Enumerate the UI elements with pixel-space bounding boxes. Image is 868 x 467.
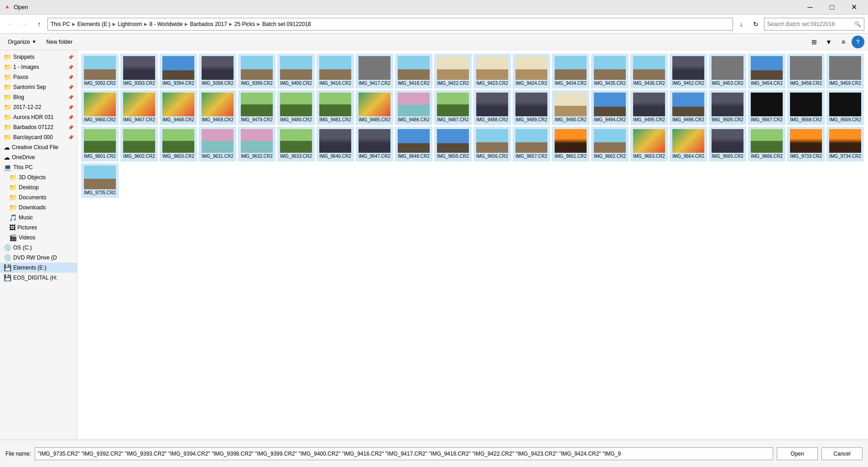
sidebar-item-aurora[interactable]: 📁 Aurora HDR 031 📌: [0, 112, 77, 122]
list-item[interactable]: IMG_9733.CR2: [787, 127, 825, 161]
sidebar-item-images[interactable]: 📁 1 - Images 📌: [0, 62, 77, 72]
list-item[interactable]: IMG_9488.CR2: [473, 90, 511, 125]
list-item[interactable]: IMG_9399.CR2: [238, 54, 275, 88]
breadcrumb-barbados[interactable]: Barbados 2017: [190, 21, 227, 27]
breadcrumb-elements[interactable]: Elements (E:): [78, 21, 111, 27]
list-item[interactable]: IMG_9631.CR2: [199, 127, 236, 161]
list-item[interactable]: IMG_9495.CR2: [630, 90, 668, 125]
list-item[interactable]: IMG_9436.CR2: [630, 54, 668, 88]
list-item[interactable]: IMG_9655.CR2: [434, 127, 472, 161]
sidebar-item-creative-cloud[interactable]: ☁ Creative Cloud File: [0, 142, 77, 152]
sidebar-item-documents[interactable]: 📁 Documents: [0, 192, 77, 202]
list-item[interactable]: IMG_9458.CR2: [787, 54, 825, 88]
sidebar-item-barbados[interactable]: 📁 Barbados 07122 📌: [0, 122, 77, 132]
sidebar-item-dvd[interactable]: 💿 DVD RW Drive (D: [0, 253, 77, 263]
list-item[interactable]: IMG_9479.CR2: [238, 90, 275, 125]
list-item[interactable]: IMG_9394.CR2: [160, 54, 197, 88]
view-details-button[interactable]: ≡: [837, 36, 850, 48]
list-item[interactable]: IMG_9469.CR2: [199, 90, 236, 125]
list-item[interactable]: IMG_9664.CR2: [670, 127, 707, 161]
list-item[interactable]: IMG_9665.CR2: [709, 127, 746, 161]
list-item[interactable]: IMG_9467.CR2: [120, 90, 158, 125]
breadcrumb-worldwide[interactable]: 8 - Worldwide: [149, 21, 182, 27]
search-input[interactable]: [767, 21, 854, 27]
list-item[interactable]: IMG_9657.CR2: [513, 127, 550, 161]
breadcrumb-lightroom[interactable]: Lightroom: [118, 21, 142, 27]
sidebar-item-paxos[interactable]: 📁 Paxos 📌: [0, 72, 77, 82]
sidebar-item-pictures[interactable]: 🖼 Pictures: [0, 223, 77, 233]
new-folder-button[interactable]: New folder: [42, 36, 77, 48]
breadcrumb-batchset[interactable]: Batch set 09122018: [262, 21, 311, 27]
list-item[interactable]: IMG_9648.CR2: [395, 127, 432, 161]
sidebar-item-3dobjects[interactable]: 📁 3D Objects: [0, 172, 77, 182]
breadcrumb-thispc[interactable]: This PC: [51, 21, 70, 27]
list-item[interactable]: IMG_9459.CR2: [826, 54, 864, 88]
sidebar-item-eos[interactable]: 💾 EOS_DIGITAL (H:: [0, 273, 77, 283]
maximize-button[interactable]: □: [821, 0, 842, 15]
list-item[interactable]: IMG_9666.CR2: [748, 127, 785, 161]
view-dropdown-button[interactable]: ▼: [822, 36, 835, 48]
reload-button[interactable]: ↻: [749, 18, 762, 31]
list-item[interactable]: IMG_9435.CR2: [591, 54, 629, 88]
sidebar-item-onedrive[interactable]: ☁ OneDrive: [0, 152, 77, 162]
list-item[interactable]: IMG_9663.CR2: [630, 127, 668, 161]
minimize-button[interactable]: ─: [800, 0, 821, 15]
sidebar-item-santorini[interactable]: 📁 Santorini Sep 📌: [0, 82, 77, 92]
list-item[interactable]: IMG_9393.CR2: [120, 54, 158, 88]
list-item[interactable]: IMG_9489.CR2: [513, 90, 550, 125]
list-item[interactable]: IMG_9416.CR2: [317, 54, 354, 88]
list-item[interactable]: IMG_9424.CR2: [513, 54, 550, 88]
list-item[interactable]: IMG_9453.CR2: [709, 54, 746, 88]
sidebar-item-videos[interactable]: 🎬 Videos: [0, 233, 77, 243]
list-item[interactable]: IMG_9633.CR2: [277, 127, 315, 161]
list-item[interactable]: IMG_9601.CR2: [81, 127, 119, 161]
file-name-input[interactable]: [35, 447, 773, 460]
list-item[interactable]: IMG_9487.CR2: [434, 90, 472, 125]
sidebar-item-elements[interactable]: 💾 Elements (E:): [0, 263, 77, 273]
list-item[interactable]: IMG_9662.CR2: [591, 127, 629, 161]
sidebar-item-blog[interactable]: 📁 Blog 📌: [0, 92, 77, 102]
list-item[interactable]: IMG_9496.CR2: [670, 90, 707, 125]
sidebar-item-thispc[interactable]: 💻 This PC: [0, 162, 77, 172]
list-item[interactable]: IMG_9400.CR2: [277, 54, 315, 88]
sidebar-item-barclaycard[interactable]: 📁 Barclaycard 000 📌: [0, 132, 77, 142]
list-item[interactable]: IMG_9392.CR2: [81, 54, 119, 88]
list-item[interactable]: IMG_9434.CR2: [552, 54, 589, 88]
list-item[interactable]: IMG_9602.CR2: [120, 127, 158, 161]
list-item[interactable]: IMG_9468.CR2: [160, 90, 197, 125]
sidebar-item-desktop[interactable]: 📁 Desktop: [0, 182, 77, 192]
list-item[interactable]: IMG_9417.CR2: [356, 54, 393, 88]
list-item[interactable]: IMG_9452.CR2: [670, 54, 707, 88]
list-item[interactable]: IMG_9485.CR2: [356, 90, 393, 125]
list-item[interactable]: IMG_9568.CR2: [787, 90, 825, 125]
view-icons-button[interactable]: ⊞: [808, 36, 821, 48]
up-button[interactable]: ↑: [33, 18, 46, 31]
refresh-button[interactable]: ↓: [735, 18, 748, 31]
list-item[interactable]: IMG_9567.CR2: [748, 90, 785, 125]
list-item[interactable]: IMG_9454.CR2: [748, 54, 785, 88]
sidebar-item-os-c[interactable]: 💿 OS (C:): [0, 243, 77, 253]
list-item[interactable]: IMG_9423.CR2: [473, 54, 511, 88]
list-item[interactable]: IMG_9632.CR2: [238, 127, 275, 161]
help-button[interactable]: ?: [852, 36, 864, 48]
breadcrumb[interactable]: This PC ► Elements (E:) ► Lightroom ► 8 …: [47, 18, 733, 31]
list-item[interactable]: IMG_9422.CR2: [434, 54, 472, 88]
list-item[interactable]: IMG_9490.CR2: [552, 90, 589, 125]
list-item[interactable]: IMG_9656.CR2: [473, 127, 511, 161]
search-box[interactable]: 🔍: [764, 18, 864, 31]
list-item[interactable]: IMG_9661.CR2: [552, 127, 589, 161]
close-button[interactable]: ✕: [843, 0, 864, 15]
open-button[interactable]: Open: [777, 447, 818, 460]
cancel-button[interactable]: Cancel: [821, 447, 863, 460]
list-item[interactable]: IMG_9480.CR2: [277, 90, 315, 125]
sidebar-item-downloads[interactable]: 📁 Downloads: [0, 202, 77, 213]
sidebar-item-snippets[interactable]: 📁 Snippets 📌: [0, 52, 77, 62]
breadcrumb-picks[interactable]: 25 Picks: [234, 21, 255, 27]
list-item[interactable]: IMG_9647.CR2: [356, 127, 393, 161]
forward-button[interactable]: →: [18, 18, 31, 31]
list-item[interactable]: IMG_9481.CR2: [317, 90, 354, 125]
list-item[interactable]: IMG_9734.CR2: [826, 127, 864, 161]
list-item[interactable]: IMG_9494.CR2: [591, 90, 629, 125]
list-item[interactable]: IMG_9646.CR2: [317, 127, 354, 161]
list-item[interactable]: IMG_9603.CR2: [160, 127, 197, 161]
